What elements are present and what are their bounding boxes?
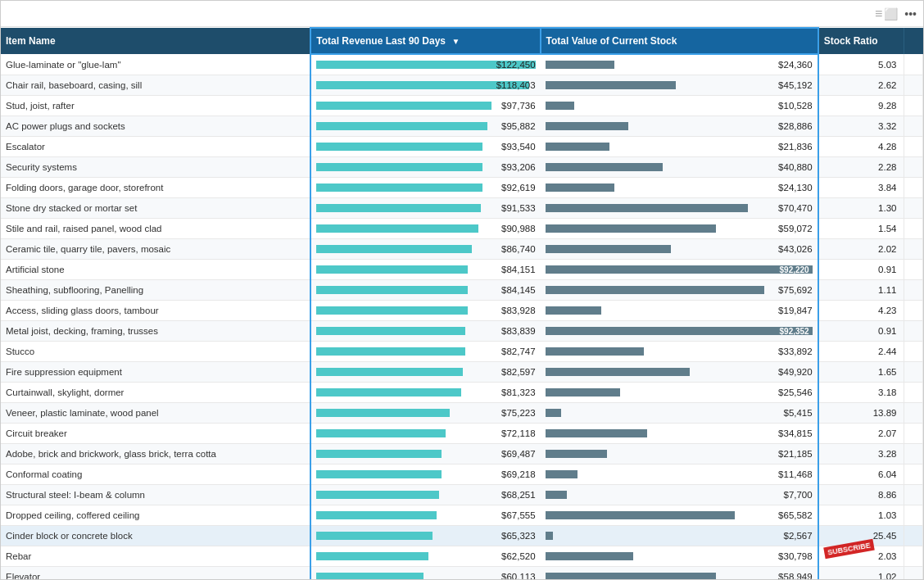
cell-stock: $40,880	[541, 157, 818, 178]
cell-ratio: 2.02	[818, 239, 904, 260]
cell-scroll	[904, 321, 923, 342]
cell-name: Structural steel: I-beam & column	[1, 485, 310, 505]
cell-revenue: $122,450	[310, 54, 540, 75]
cell-stock: $24,130	[541, 178, 818, 198]
cell-name: Stone dry stacked or mortar set	[1, 198, 310, 219]
sort-arrow-revenue[interactable]: ▼	[451, 37, 460, 46]
cell-name: Access, sliding glass doors, tambour	[1, 301, 310, 321]
cell-revenue: $83,839	[310, 321, 540, 342]
cell-revenue: $93,206	[310, 157, 540, 178]
cell-ratio: 2.07	[818, 424, 904, 444]
cell-ratio: 2.44	[818, 342, 904, 362]
drag-handle[interactable]: ≡	[875, 7, 884, 21]
cell-scroll	[904, 403, 923, 424]
cell-scroll	[904, 137, 923, 157]
cell-scroll	[904, 239, 923, 260]
table-scroll[interactable]: Item Name Total Revenue Last 90 Days ▼ T…	[1, 27, 923, 579]
cell-scroll	[904, 383, 923, 403]
title-bar-right: ⬜ •••	[884, 7, 917, 20]
title-bar: ≡ ⬜ •••	[1, 1, 923, 27]
cell-stock: $75,692	[541, 280, 818, 301]
cell-name: Stud, joist, rafter	[1, 96, 310, 116]
cell-revenue: $69,218	[310, 464, 540, 485]
cell-ratio: 3.28	[818, 444, 904, 464]
table-container: Item Name Total Revenue Last 90 Days ▼ T…	[1, 27, 923, 579]
cell-revenue: $68,251	[310, 485, 540, 505]
cell-scroll	[904, 280, 923, 301]
cell-revenue: $90,988	[310, 219, 540, 239]
cell-ratio: 13.89	[818, 403, 904, 424]
cell-scroll	[904, 157, 923, 178]
cell-name: Stucco	[1, 342, 310, 362]
cell-revenue: $118,403	[310, 75, 540, 96]
col-header-name: Item Name	[1, 28, 310, 54]
col-header-ratio: Stock Ratio	[818, 28, 904, 54]
cell-ratio: 2.28	[818, 157, 904, 178]
cell-name: Folding doors, garage door, storefront	[1, 178, 310, 198]
main-window: ≡ ⬜ ••• Item Name Total	[0, 0, 924, 580]
cell-name: Veneer, plastic laminate, wood panel	[1, 403, 310, 424]
cell-name: Rebar	[1, 546, 310, 567]
cell-stock: $34,815	[541, 424, 818, 444]
cell-revenue: $95,882	[310, 116, 540, 137]
cell-name: Adobe, brick and brickwork, glass brick,…	[1, 444, 310, 464]
cell-stock: $21,185	[541, 444, 818, 464]
cell-name: Glue-laminate or "glue-lam"	[1, 54, 310, 75]
title-bar-center: ≡	[875, 7, 884, 21]
cell-ratio: 8.86	[818, 485, 904, 505]
col-header-revenue[interactable]: Total Revenue Last 90 Days ▼	[310, 28, 540, 54]
cell-revenue: $92,619	[310, 178, 540, 198]
cell-stock: $28,886	[541, 116, 818, 137]
cell-revenue: $93,540	[310, 137, 540, 157]
cell-stock: $43,026	[541, 239, 818, 260]
cell-revenue: $91,533	[310, 198, 540, 219]
cell-stock: $45,192	[541, 75, 818, 96]
cell-name: Metal joist, decking, framing, trusses	[1, 321, 310, 342]
cell-name: Dropped ceiling, coffered ceiling	[1, 505, 310, 526]
cell-ratio: 1.54	[818, 219, 904, 239]
cell-ratio: 0.91	[818, 260, 904, 280]
cell-revenue: $72,118	[310, 424, 540, 444]
cell-ratio: 1.11	[818, 280, 904, 301]
cell-scroll	[904, 424, 923, 444]
cell-name: Sheathing, subflooring, Panelling	[1, 280, 310, 301]
cell-revenue: $65,323	[310, 526, 540, 546]
cell-stock: $59,072	[541, 219, 818, 239]
cell-revenue: $62,520	[310, 546, 540, 567]
cell-name: Ceramic tile, quarry tile, pavers, mosai…	[1, 239, 310, 260]
cell-revenue: $86,740	[310, 239, 540, 260]
cell-ratio: 3.32	[818, 116, 904, 137]
expand-icon[interactable]: ⬜	[884, 7, 898, 20]
cell-revenue: $69,487	[310, 444, 540, 464]
cell-ratio: 0.91	[818, 321, 904, 342]
cell-name: Fire suppression equipment	[1, 362, 310, 383]
cell-name: Curtainwall, skylight, dormer	[1, 383, 310, 403]
cell-scroll	[904, 219, 923, 239]
cell-revenue: $75,223	[310, 403, 540, 424]
cell-revenue: $83,928	[310, 301, 540, 321]
cell-scroll	[904, 546, 923, 567]
cell-name: Security systems	[1, 157, 310, 178]
cell-scroll	[904, 54, 923, 75]
cell-name: Chair rail, baseboard, casing, sill	[1, 75, 310, 96]
cell-scroll	[904, 505, 923, 526]
cell-stock: $21,836	[541, 137, 818, 157]
cell-stock: $65,582	[541, 505, 818, 526]
cell-ratio: 5.03	[818, 54, 904, 75]
cell-stock: $2,567	[541, 526, 818, 546]
cell-stock: $25,546	[541, 383, 818, 403]
cell-name: Escalator	[1, 137, 310, 157]
more-options-icon[interactable]: •••	[904, 7, 917, 20]
cell-ratio: 1.02	[818, 567, 904, 580]
cell-stock: $5,415	[541, 403, 818, 424]
cell-scroll	[904, 178, 923, 198]
cell-stock: $19,847	[541, 301, 818, 321]
cell-scroll	[904, 444, 923, 464]
cell-revenue: $67,555	[310, 505, 540, 526]
cell-name: Artificial stone	[1, 260, 310, 280]
cell-ratio: 3.18	[818, 383, 904, 403]
cell-ratio: 9.28	[818, 96, 904, 116]
cell-revenue: $82,747	[310, 342, 540, 362]
cell-scroll	[904, 301, 923, 321]
cell-scroll	[904, 526, 923, 546]
